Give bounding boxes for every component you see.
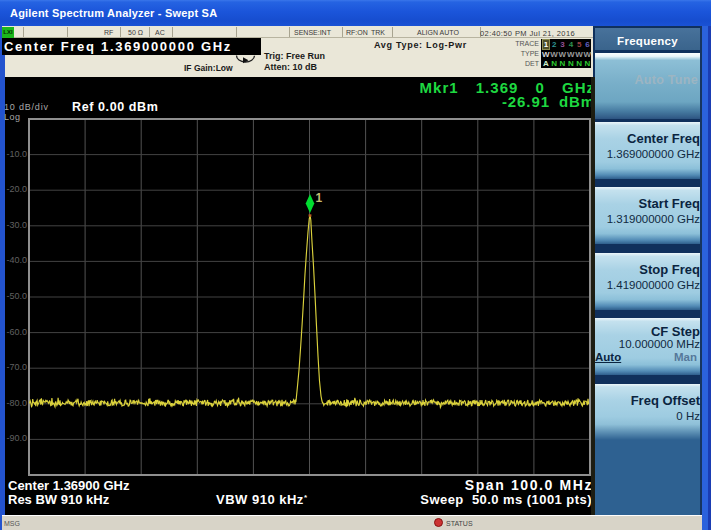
svg-text:1: 1 [316, 191, 323, 205]
